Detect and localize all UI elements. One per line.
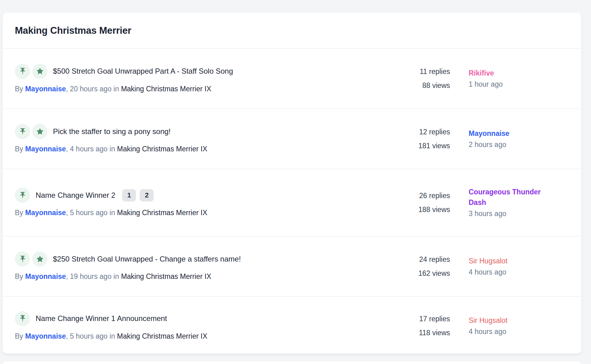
pinned-icon — [15, 311, 30, 326]
page-2-badge[interactable]: 2 — [140, 189, 154, 202]
topic-main: $500 Stretch Goal Unwrapped Part A - Sta… — [15, 64, 397, 94]
topic-byline: By Mayonnaise, 5 hours ago in Making Chr… — [15, 208, 397, 218]
replies-count: 24 replies — [397, 253, 450, 266]
replies-count: 11 replies — [397, 65, 450, 79]
topic-list-card: Making Christmas Merrier $500 Stretch Go… — [2, 13, 581, 354]
last-post-info: Courageous Thunder Dash 3 hours ago — [469, 187, 569, 219]
replies-count: 17 replies — [397, 312, 450, 326]
pinned-icon — [15, 251, 30, 266]
topic-byline: By Mayonnaise, 19 hours ago in Making Ch… — [15, 271, 397, 281]
featured-star-icon — [32, 251, 47, 266]
topic-title-link[interactable]: Name Change Winner 2 — [36, 191, 115, 200]
views-count: 88 views — [397, 79, 450, 93]
topic-row: Name Change Winner 1 Announcement By May… — [2, 296, 581, 354]
topic-byline: By Mayonnaise, 20 hours ago in Making Ch… — [15, 84, 397, 94]
forum-link[interactable]: Making Christmas Merrier IX — [117, 332, 207, 340]
last-post-time-link[interactable]: 4 hours ago — [469, 326, 569, 337]
author-link[interactable]: Mayonnaise — [25, 272, 66, 280]
pinned-icon — [15, 124, 30, 139]
last-post-info: Sir Hugsalot 4 hours ago — [469, 256, 569, 277]
posted-time-link[interactable]: 4 hours ago — [70, 145, 107, 153]
topic-title-link[interactable]: Pick the staffer to sing a pony song! — [53, 127, 171, 136]
by-label: By — [15, 209, 23, 217]
in-label: in — [113, 272, 119, 280]
by-label: By — [15, 145, 23, 153]
featured-star-icon — [32, 124, 47, 139]
author-link[interactable]: Mayonnaise — [25, 85, 66, 93]
topic-main: $250 Stretch Goal Unwrapped - Change a s… — [15, 251, 397, 281]
topic-stats: 26 replies 188 views — [397, 189, 450, 217]
comma: , — [66, 332, 68, 340]
last-poster-link[interactable]: Courageous Thunder Dash — [469, 187, 549, 208]
topic-stats: 11 replies 88 views — [397, 65, 450, 93]
last-poster-link[interactable]: Sir Hugsalot — [469, 256, 549, 266]
next-card-top-edge — [2, 362, 581, 364]
forum-link[interactable]: Making Christmas Merrier IX — [117, 145, 207, 153]
author-link[interactable]: Mayonnaise — [25, 145, 66, 153]
last-post-info: Sir Hugsalot 4 hours ago — [469, 315, 569, 337]
forum-link[interactable]: Making Christmas Merrier IX — [117, 209, 207, 217]
topic-byline: By Mayonnaise, 4 hours ago in Making Chr… — [15, 144, 397, 154]
last-poster-link[interactable]: Mayonnaise — [469, 128, 549, 139]
in-label: in — [113, 85, 119, 93]
in-label: in — [110, 145, 115, 153]
by-label: By — [15, 85, 23, 93]
pinned-icon — [15, 64, 30, 79]
last-post-time-link[interactable]: 3 hours ago — [469, 208, 569, 219]
posted-time-link[interactable]: 19 hours ago — [70, 272, 112, 280]
last-post-time-link[interactable]: 4 hours ago — [469, 267, 569, 277]
topic-main: Pick the staffer to sing a pony song! By… — [15, 124, 397, 154]
topic-stats: 12 replies 181 views — [397, 125, 450, 153]
replies-count: 12 replies — [397, 125, 450, 139]
topic-main: Name Change Winner 2 1 2 By Mayonnaise, … — [15, 188, 397, 218]
last-post-time-link[interactable]: 1 hour ago — [469, 79, 569, 89]
topic-row: Name Change Winner 2 1 2 By Mayonnaise, … — [2, 169, 581, 236]
by-label: By — [15, 272, 23, 280]
topic-byline: By Mayonnaise, 5 hours ago in Making Chr… — [15, 331, 397, 341]
forum-link[interactable]: Making Christmas Merrier IX — [121, 85, 211, 93]
comma: , — [66, 209, 68, 217]
views-count: 181 views — [397, 139, 450, 153]
in-label: in — [110, 209, 115, 217]
last-post-time-link[interactable]: 2 hours ago — [469, 139, 569, 150]
views-count: 162 views — [397, 266, 450, 280]
comma: , — [66, 145, 68, 153]
page-1-badge[interactable]: 1 — [122, 189, 136, 202]
topic-row: Pick the staffer to sing a pony song! By… — [2, 109, 581, 169]
by-label: By — [15, 332, 23, 340]
views-count: 188 views — [397, 203, 450, 217]
topic-title-link[interactable]: $500 Stretch Goal Unwrapped Part A - Sta… — [53, 67, 233, 76]
author-link[interactable]: Mayonnaise — [25, 332, 66, 340]
card-header: Making Christmas Merrier — [2, 13, 581, 49]
topic-main: Name Change Winner 1 Announcement By May… — [15, 311, 397, 341]
topic-title-link[interactable]: $250 Stretch Goal Unwrapped - Change a s… — [53, 255, 241, 263]
forum-title: Making Christmas Merrier — [15, 25, 131, 36]
forum-link[interactable]: Making Christmas Merrier IX — [121, 272, 211, 280]
replies-count: 26 replies — [397, 189, 450, 203]
page-badges: 1 2 — [122, 189, 157, 202]
in-label: in — [110, 332, 115, 340]
posted-time-link[interactable]: 5 hours ago — [70, 209, 107, 217]
featured-star-icon — [32, 64, 47, 79]
author-link[interactable]: Mayonnaise — [25, 209, 66, 217]
last-poster-link[interactable]: Sir Hugsalot — [469, 315, 549, 326]
topic-stats: 17 replies 118 views — [397, 312, 450, 340]
topic-row: $500 Stretch Goal Unwrapped Part A - Sta… — [2, 49, 581, 109]
comma: , — [66, 85, 68, 93]
posted-time-link[interactable]: 20 hours ago — [70, 85, 112, 93]
pinned-icon — [15, 188, 30, 203]
last-post-info: Rikifive 1 hour ago — [469, 68, 569, 89]
last-post-info: Mayonnaise 2 hours ago — [469, 128, 569, 150]
topic-row: $250 Stretch Goal Unwrapped - Change a s… — [2, 236, 581, 296]
last-poster-link[interactable]: Rikifive — [469, 68, 549, 78]
topic-title-link[interactable]: Name Change Winner 1 Announcement — [36, 314, 167, 323]
topic-stats: 24 replies 162 views — [397, 253, 450, 280]
comma: , — [66, 272, 68, 280]
posted-time-link[interactable]: 5 hours ago — [70, 332, 107, 340]
views-count: 118 views — [397, 326, 450, 340]
